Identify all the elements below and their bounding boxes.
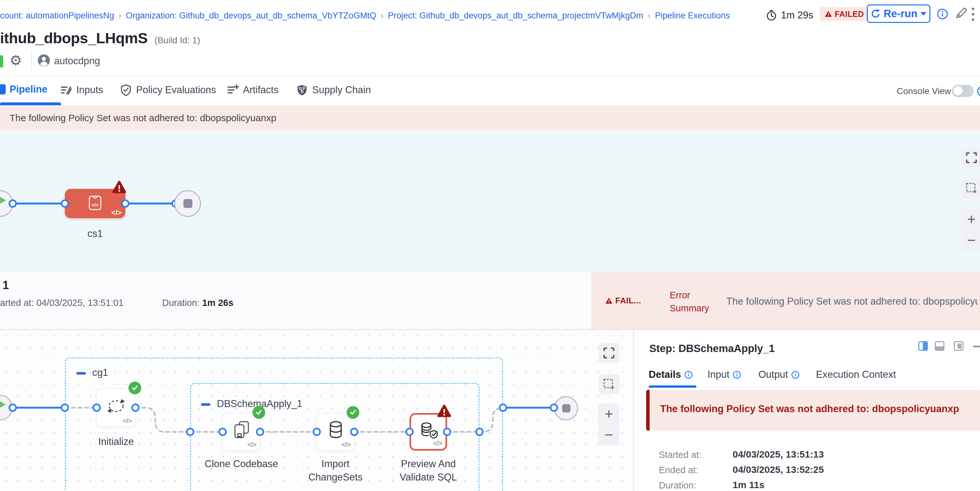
stage-status-bar: 1 arted at: 04/03/2025, 13:51:01 Duratio… xyxy=(0,272,980,329)
canvas-fullscreen-button[interactable] xyxy=(961,148,980,168)
kebab-menu-icon[interactable] xyxy=(972,8,974,21)
collapse-dbschemaapply-button[interactable] xyxy=(201,403,210,406)
zoom-out-button[interactable]: − xyxy=(605,427,613,442)
step-node-preview-validate-sql[interactable]: </> xyxy=(410,413,447,451)
console-view-label: Console View xyxy=(897,86,951,96)
canvas-select-button[interactable] xyxy=(598,374,619,394)
canvas-fullscreen-button[interactable] xyxy=(598,343,619,363)
gear-icon[interactable]: ⚙ xyxy=(10,52,22,69)
breadcrumb-pipeline-executions[interactable]: Pipeline Executions xyxy=(655,11,730,21)
stop-icon xyxy=(183,199,192,208)
edit-pencil-icon[interactable] xyxy=(954,6,969,21)
breadcrumb-chevron-icon: › xyxy=(119,11,121,21)
tab-pipeline[interactable]: Pipeline xyxy=(0,84,48,95)
custom-stage-icon: </> xyxy=(86,193,104,212)
rerun-button[interactable]: Re-run xyxy=(867,5,931,23)
panel-tab-output[interactable]: Output xyxy=(758,369,800,380)
error-summary-label: Error Summary xyxy=(670,289,709,315)
breadcrumb-project[interactable]: Project: Github_db_devops_aut_db_schema_… xyxy=(388,11,643,21)
panel-tab-input[interactable]: Input xyxy=(708,369,741,380)
started-at-value: 04/03/2025, 13:51:13 xyxy=(733,449,824,460)
layout-split-bottom-button[interactable] xyxy=(935,341,944,351)
policy-warning-banner: The following Policy Set was not adhered… xyxy=(0,105,980,130)
rerun-button-label: Re-run xyxy=(884,8,917,20)
code-glyph: </> xyxy=(247,441,257,448)
duration-label: Duration: xyxy=(162,298,200,308)
play-icon xyxy=(0,400,6,409)
elapsed-time-value: 1m 29s xyxy=(781,10,813,21)
collapse-cg1-button[interactable] xyxy=(76,372,86,375)
active-tab-underline xyxy=(0,102,61,105)
step-node-label: Import ChangeSets xyxy=(294,457,377,484)
connector-line xyxy=(125,203,175,205)
zoom-in-button[interactable]: + xyxy=(967,212,976,226)
started-at-text: arted at: 04/03/2025, 13:51:01 xyxy=(0,298,124,308)
connection-point xyxy=(476,428,484,436)
step-node-label: Preview And Validate SQL xyxy=(387,457,470,484)
connection-point xyxy=(218,428,227,436)
stage-node-label: cs1 xyxy=(65,227,125,240)
info-icon[interactable] xyxy=(937,8,948,20)
layout-split-right-button[interactable] xyxy=(918,341,928,351)
pipeline-execution-page: count: automationPipelinesNg › Organizat… xyxy=(0,0,980,491)
zoom-out-button[interactable]: − xyxy=(967,233,976,248)
duration-value: 1m 26s xyxy=(202,298,233,308)
step-node-import-changesets[interactable]: </> xyxy=(317,413,354,451)
divider xyxy=(31,50,32,71)
error-summary-line2: Summary xyxy=(670,302,709,315)
step-panel-title: Step: DBSchemaApply_1 xyxy=(649,343,775,354)
canvas-select-button[interactable] xyxy=(961,178,980,199)
fail-chip-label: FAIL... xyxy=(615,296,641,306)
execution-section: cg1 </> Initialize DBSchemaApply_1 xyxy=(0,330,980,491)
tab-inputs[interactable]: Inputs xyxy=(60,84,103,96)
connection-point xyxy=(121,199,129,208)
panel-tab-input-label: Input xyxy=(708,369,729,380)
step-node-clone-codebase[interactable]: </> xyxy=(223,413,260,451)
fail-chip: FAIL... xyxy=(605,296,641,306)
connection-point xyxy=(9,404,17,412)
step-node-initialize[interactable]: </> xyxy=(97,389,135,427)
execution-canvas[interactable]: cg1 </> Initialize DBSchemaApply_1 xyxy=(0,330,633,491)
pipeline-icon xyxy=(0,84,6,94)
warning-icon xyxy=(825,11,832,17)
pipeline-name: ithub_dbops_LHqmS xyxy=(0,29,148,47)
shield-check-icon xyxy=(119,84,132,96)
breadcrumb-organization[interactable]: Organization: Github_db_devops_aut_db_sc… xyxy=(126,11,376,21)
tab-supply-chain-label: Supply Chain xyxy=(312,84,371,96)
connection-point xyxy=(92,404,101,412)
info-icon xyxy=(733,370,741,379)
panel-tab-execution-context-label: Execution Context xyxy=(816,369,896,380)
breadcrumb-chevron-icon: › xyxy=(648,11,651,21)
elapsed-time: 1m 29s xyxy=(766,10,813,21)
status-badge-label: FAILED xyxy=(835,10,864,19)
code-glyph: </> xyxy=(123,417,132,424)
panel-tab-details[interactable]: Details xyxy=(649,369,693,380)
step-error-text: The following Policy Set was not adhered… xyxy=(660,403,959,415)
connection-point xyxy=(499,404,507,412)
minimize-panel-button[interactable] xyxy=(973,346,980,347)
breadcrumb: count: automationPipelinesNg › Organizat… xyxy=(0,11,730,21)
list-plus-icon xyxy=(226,84,239,96)
canvas-zoom-controls: + − xyxy=(598,403,619,445)
breadcrumb-account[interactable]: count: automationPipelinesNg xyxy=(0,11,114,21)
connection-point xyxy=(443,428,451,436)
canvas-zoom-controls: + − xyxy=(961,209,980,251)
info-icon[interactable] xyxy=(977,86,980,97)
layout-floating-button[interactable] xyxy=(954,341,964,351)
failed-badge-icon xyxy=(112,180,127,195)
tab-supply-chain[interactable]: Supply Chain xyxy=(296,84,371,96)
zoom-in-button[interactable]: + xyxy=(605,407,613,421)
tab-artifacts[interactable]: Artifacts xyxy=(226,84,278,96)
step-group-cg1-label: cg1 xyxy=(92,367,108,378)
connection-point xyxy=(350,428,358,436)
stage-canvas[interactable]: </> </> cs1 xyxy=(0,130,980,272)
connection-point xyxy=(186,428,194,436)
console-view-toggle[interactable] xyxy=(952,85,974,97)
connection-point xyxy=(61,199,69,208)
tab-inputs-label: Inputs xyxy=(76,84,103,96)
step-details-panel: Step: DBSchemaApply_1 Details xyxy=(634,330,980,491)
panel-tab-execution-context[interactable]: Execution Context xyxy=(816,369,896,380)
tab-policy-evaluations[interactable]: Policy Evaluations xyxy=(119,84,216,96)
error-banner-bar xyxy=(646,390,650,431)
pipeline-end-node[interactable] xyxy=(174,190,201,217)
